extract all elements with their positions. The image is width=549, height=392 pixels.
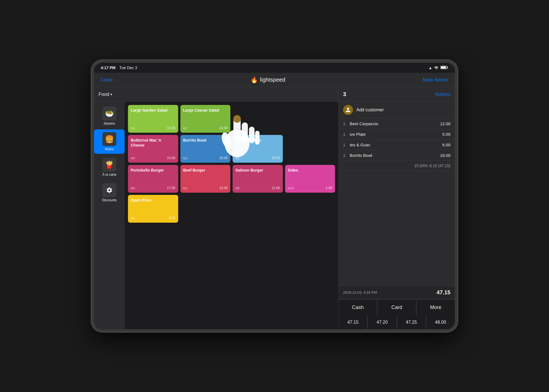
item-name: Portobello Burger [131, 168, 175, 173]
starters-icon: 🥗 [102, 107, 116, 120]
order-line-1[interactable]: 1 Beet Carpaccio 12.00 [339, 119, 455, 129]
menu-empty-cell [233, 105, 283, 133]
order-header: 3 Actions [339, 87, 455, 102]
payment-buttons: Cash Card More [339, 299, 455, 315]
logo-text: lightspeed [260, 77, 285, 83]
status-date: Tue Dec 3 [119, 66, 137, 70]
item-footer: M6 17.00 [131, 186, 175, 190]
order-item-name: Beet Carpaccio [350, 121, 378, 126]
item-footer: M3 14.00 [183, 186, 228, 190]
menu-item-salmon-burger[interactable]: Salmon Burger M5 12.00 [233, 165, 283, 193]
food-label: Food [99, 92, 109, 97]
item-name: Sides [288, 168, 333, 173]
menu-item-large-garden-salad[interactable]: Large Garden Salad M6 14.00 [128, 105, 178, 133]
food-selector-bar: Food ▾ [94, 87, 338, 102]
item-price: 15.00 [167, 156, 175, 160]
item-code: M7 [183, 127, 187, 130]
svg-rect-2 [441, 66, 446, 68]
sidebar-item-a-la-carte[interactable]: 🍟 À la carte [94, 155, 125, 179]
discounts-icon [102, 183, 116, 197]
food-dropdown[interactable]: Food ▾ [99, 92, 112, 97]
tax-line: 15.00%: 6.15 (47.15) [339, 161, 455, 171]
more-button[interactable]: More [417, 300, 455, 315]
item-code: M6 [131, 187, 135, 190]
item-code: M2 [183, 157, 187, 160]
menu-item-portobello-burger[interactable]: Portobello Burger M6 17.00 [128, 165, 178, 193]
amount-btn-3[interactable]: 47.25 [397, 315, 426, 329]
item-price: 1.00 [326, 186, 332, 190]
item-price: 12.00 [271, 186, 280, 190]
menu-item-sides[interactable]: Sides M10 1.00 [285, 165, 335, 193]
add-customer-row[interactable]: Add customer [339, 102, 455, 119]
menu-item-large-caesar-salad[interactable]: Large Caesar Salad M7 14.00 [180, 105, 231, 133]
menu-item-large-nachos[interactable]: Large Nachos M1 15.00 [233, 135, 283, 163]
a-la-carte-label: À la carte [102, 173, 117, 177]
menu-empty-cell-2 [285, 105, 335, 133]
item-footer: M2 18.00 [183, 156, 228, 160]
device-screen: 4:17 PM Tue Dec 3 ▲ [94, 63, 455, 329]
cash-button[interactable]: Cash [339, 300, 377, 315]
menu-item-beef-burger[interactable]: Beef Burger M3 14.00 [180, 165, 231, 193]
order-line-left: 1 tes & Guac [343, 142, 370, 147]
item-price: 18.00 [219, 156, 228, 160]
logo-flame-icon: 🔥 [250, 76, 258, 84]
svg-rect-1 [447, 67, 448, 68]
status-bar: 4:17 PM Tue Dec 3 ▲ [94, 63, 455, 73]
category-sidebar: 🥗 Starters 🍔 Mains 🍟 [94, 102, 125, 329]
order-items-list: Add customer 1 Beet Carpaccio 12.00 1 iv… [339, 102, 455, 286]
order-line-3[interactable]: 1 tes & Guac 6.00 [339, 140, 455, 150]
order-line-2[interactable]: 1 ive Plate 5.00 [339, 129, 455, 140]
order-timestamp: 2019-12-03, 4:16 PM [343, 290, 377, 295]
amount-btn-1[interactable]: 47.15 [339, 315, 367, 329]
customer-avatar [343, 105, 353, 115]
order-line-left: 1 Burrito Bowl [343, 153, 372, 158]
sidebar-item-discounts[interactable]: Discounts [94, 180, 125, 205]
item-footer: M5 12.00 [235, 186, 280, 190]
sidebar-item-mains[interactable]: 🍔 Mains [94, 129, 125, 154]
amount-buttons: 47.15 47.20 47.25 48.00 [339, 315, 455, 329]
status-time: 4:17 PM [101, 66, 115, 70]
close-button[interactable]: Close [101, 77, 113, 83]
mains-label: Mains [105, 147, 114, 151]
status-icons: ▲ [429, 66, 448, 70]
menu-empty-cell-3 [285, 135, 335, 163]
signal-icon: ▲ [429, 66, 432, 70]
item-name: Salmon Burger [235, 168, 280, 173]
actions-button[interactable]: Actions [435, 92, 450, 97]
item-code: M10 [288, 187, 294, 190]
item-price: 17.00 [167, 186, 175, 190]
amount-btn-2[interactable]: 47.20 [368, 315, 396, 329]
sidebar-item-starters[interactable]: 🥗 Starters [94, 104, 125, 128]
item-code: M1 [235, 157, 240, 160]
order-item-name: tes & Guac [350, 142, 370, 147]
item-name: Butternut Mac 'n Cheese [131, 138, 175, 148]
card-button[interactable]: Card [377, 300, 416, 315]
menu-item-butternut-mac[interactable]: Butternut Mac 'n Cheese M4 15.00 [128, 135, 178, 163]
mains-icon: 🍔 [102, 132, 116, 146]
user-button[interactable]: Main Server [423, 77, 448, 83]
order-item-price: 6.00 [442, 142, 450, 147]
item-price: 15.00 [271, 156, 280, 160]
menu-item-burrito-bowl[interactable]: Burrito Bowl M2 18.00 [180, 135, 231, 163]
wifi-icon [434, 66, 439, 70]
menu-item-open-price[interactable]: Open Price M9 0.00 [128, 195, 178, 223]
item-footer: M4 15.00 [131, 156, 175, 160]
order-line-4[interactable]: 1 Burrito Bowl 18.00 [339, 150, 455, 161]
amount-btn-4[interactable]: 48.00 [426, 315, 455, 329]
item-price: 14.00 [167, 126, 175, 130]
item-footer: M7 14.00 [183, 126, 228, 130]
item-code: M9 [131, 217, 135, 220]
right-panel: 3 Actions Add customer 1 [338, 87, 455, 329]
item-price: 14.00 [219, 126, 228, 130]
order-item-name: ive Plate [350, 132, 366, 137]
item-price: 0.00 [169, 216, 175, 220]
order-item-price: 5.00 [442, 132, 450, 137]
item-name: Large Caesar Salad [183, 108, 228, 113]
app-header: Close 🔥 lightspeed Main Server [94, 73, 455, 87]
left-panel: Food ▾ 🥗 Starters [94, 87, 338, 329]
item-code: M6 [131, 127, 135, 130]
order-line-left: 1 ive Plate [343, 132, 366, 137]
tax-text: 15.00%: 6.15 (47.15) [414, 164, 450, 168]
item-footer: M1 15.00 [235, 156, 280, 160]
a-la-carte-icon: 🍟 [102, 158, 116, 172]
